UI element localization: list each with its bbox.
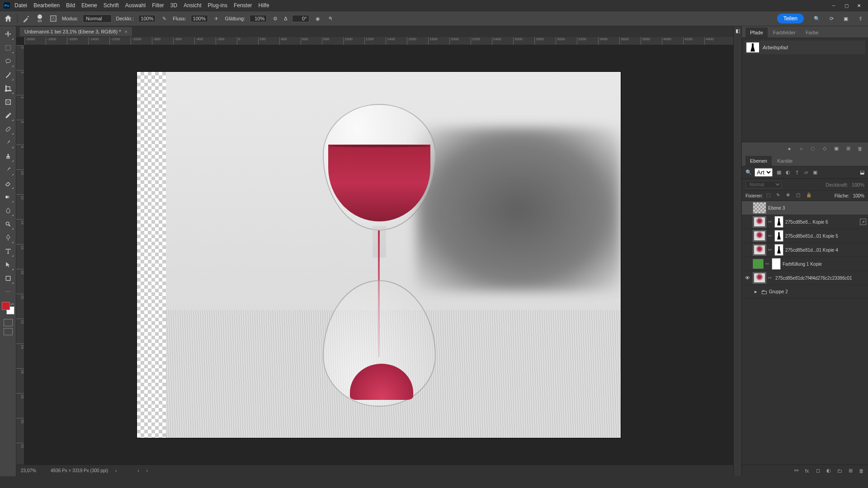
menu-3d[interactable]: 3D <box>170 2 177 9</box>
path-item[interactable]: Arbeitspfad <box>745 41 865 54</box>
flow-input[interactable]: 100% <box>191 15 208 22</box>
share-button[interactable]: Teilen <box>777 14 804 23</box>
layer-name[interactable]: Farbfüllung 1 Kopie <box>783 262 866 267</box>
search-icon[interactable]: 🔍 <box>813 14 821 23</box>
zoom-level[interactable]: 23,07% <box>21 468 43 473</box>
new-layer-icon[interactable]: ⊞ <box>847 468 854 474</box>
layer-thumbnail[interactable] <box>753 202 766 214</box>
layer-mask[interactable] <box>774 244 783 256</box>
quickmask-mode-icon[interactable] <box>4 328 13 335</box>
delete-path-icon[interactable]: 🗑 <box>856 145 863 152</box>
filter-shape-icon[interactable]: ▱ <box>802 169 810 176</box>
layer-row[interactable]: ▸🗀Gruppe 2 <box>742 285 868 299</box>
blur-tool[interactable] <box>2 204 14 217</box>
color-swatch[interactable]: ⤺ <box>2 302 14 314</box>
tab-channels[interactable]: Kanäle <box>773 156 797 166</box>
swap-colors-icon[interactable]: ⤺ <box>11 302 14 306</box>
export-icon[interactable]: ⇪ <box>856 14 864 23</box>
path-select-tool[interactable] <box>2 258 14 271</box>
layer-row[interactable]: ⚯Farbfüllung 1 Kopie <box>742 257 868 271</box>
stamp-tool[interactable] <box>2 150 14 163</box>
lock-transparency-icon[interactable]: ⬚ <box>766 192 773 199</box>
move-tool[interactable] <box>2 28 14 41</box>
ruler-horizontal[interactable]: -2000-1800-1600-1400-1200-1000-800-600-4… <box>24 37 733 45</box>
tab-close-icon[interactable]: × <box>124 29 127 34</box>
blend-mode-select[interactable]: Normal <box>745 181 782 188</box>
symmetry-icon[interactable]: ᖗ <box>326 14 335 23</box>
menu-layer[interactable]: Ebene <box>81 2 97 9</box>
status-arrow[interactable]: › <box>115 468 117 473</box>
home-icon[interactable] <box>4 14 13 23</box>
smoothing-input[interactable]: 10% <box>250 15 267 22</box>
menu-plugins[interactable]: Plug-ins <box>208 2 227 9</box>
shape-tool[interactable] <box>2 272 14 285</box>
crop-tool[interactable] <box>2 82 14 95</box>
filter-smart-icon[interactable]: ▣ <box>811 169 819 176</box>
lasso-tool[interactable] <box>2 55 14 68</box>
more-tool[interactable]: ⋯ <box>2 286 14 298</box>
filter-pixel-icon[interactable]: ▦ <box>775 169 783 176</box>
history-brush-tool[interactable] <box>2 164 14 176</box>
airbrush-icon[interactable]: ✈ <box>212 14 221 23</box>
menu-edit[interactable]: Bearbeiten <box>33 2 60 9</box>
layer-thumbnail[interactable] <box>753 259 764 269</box>
menu-window[interactable]: Fenster <box>234 2 252 9</box>
lock-position-icon[interactable]: ✥ <box>786 192 793 199</box>
link-layers-icon[interactable]: ⚯ <box>793 468 799 474</box>
minimize-button[interactable]: ─ <box>828 2 839 9</box>
wand-tool[interactable] <box>2 69 14 81</box>
healing-tool[interactable] <box>2 123 14 136</box>
tab-color[interactable]: Farbe <box>801 28 823 38</box>
history-icon[interactable]: ⟳ <box>827 14 835 23</box>
layer-name[interactable]: 275cd85e81dc7f4f4d276c2c23386c01 <box>775 276 866 281</box>
marquee-tool[interactable] <box>2 42 14 54</box>
adjustment-layer-icon[interactable]: ◐ <box>826 468 832 474</box>
gradient-tool[interactable] <box>2 191 14 203</box>
layer-thumbnail[interactable] <box>753 244 766 256</box>
layer-name[interactable]: 275cd85e8... Kopie 6 <box>785 220 858 225</box>
selection-to-path-icon[interactable]: ◇ <box>821 145 828 152</box>
tab-layers[interactable]: Ebenen <box>745 156 772 166</box>
history-panel-icon[interactable]: ◧ <box>736 28 740 34</box>
filter-adjust-icon[interactable]: ◐ <box>784 169 792 176</box>
smoothing-options-icon[interactable]: ⚙ <box>271 14 279 23</box>
delete-layer-icon[interactable]: 🗑 <box>858 468 864 474</box>
path-to-selection-icon[interactable]: ◌ <box>809 145 816 152</box>
filter-type-select[interactable]: Art <box>755 168 773 177</box>
layer-name[interactable]: Ebene 3 <box>768 206 866 211</box>
brush-preview[interactable]: 65 <box>35 14 45 23</box>
lock-artboard-icon[interactable]: ▢ <box>796 192 802 199</box>
layer-name[interactable]: 275cd85e81d...01 Kopie 5 <box>785 234 866 239</box>
menu-view[interactable]: Ansicht <box>184 2 201 9</box>
type-tool[interactable] <box>2 245 14 258</box>
stroke-path-icon[interactable]: ○ <box>797 145 805 152</box>
menu-filter[interactable]: Filter <box>152 2 164 9</box>
search-icon[interactable]: 🔍 <box>745 169 752 175</box>
ruler-vertical[interactable]: 02468101214161820222426283032 <box>16 45 24 465</box>
canvas[interactable] <box>137 72 621 438</box>
layer-mask[interactable] <box>772 258 781 270</box>
blend-mode-select[interactable]: Normal <box>83 14 111 23</box>
new-path-icon[interactable]: ⊞ <box>844 145 852 152</box>
size-pressure-icon[interactable]: ◉ <box>314 14 322 23</box>
layer-name[interactable]: Gruppe 2 <box>769 289 866 294</box>
tab-swatches[interactable]: Farbfelder <box>769 28 800 38</box>
layer-row[interactable]: 👁⚯275cd85e81dc7f4f4d276c2c23386c01 <box>742 271 868 285</box>
layer-row[interactable]: Ebene 3 <box>742 201 868 215</box>
brush-panel-icon[interactable] <box>49 14 57 23</box>
eraser-tool[interactable] <box>2 177 14 190</box>
menu-type[interactable]: Schrift <box>104 2 119 9</box>
document-info[interactable]: 4936 Px × 3319 Px (300 ppi) <box>51 468 108 473</box>
menu-select[interactable]: Auswahl <box>125 2 146 9</box>
standard-mode-icon[interactable] <box>4 319 13 326</box>
layer-row[interactable]: ⚯275cd85e81d...01 Kopie 4 <box>742 243 868 257</box>
add-mask-icon[interactable]: ▣ <box>833 145 840 152</box>
layer-mask[interactable] <box>774 230 783 242</box>
close-button[interactable]: ✕ <box>854 2 864 9</box>
canvas-viewport[interactable] <box>24 45 733 465</box>
foreground-color[interactable] <box>2 302 10 310</box>
angle-input[interactable]: 0° <box>292 15 309 22</box>
new-group-icon[interactable]: 🗀 <box>836 468 843 474</box>
eyedropper-tool[interactable] <box>2 109 14 122</box>
brush-tool-icon[interactable] <box>22 14 30 23</box>
